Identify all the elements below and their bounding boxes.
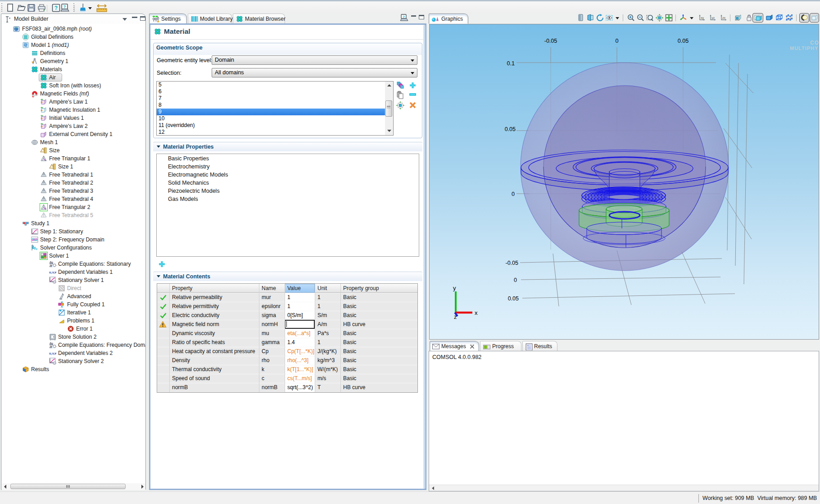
svg-text:u,v,w: u,v,w [49, 351, 56, 355]
svg-text:?: ? [403, 15, 405, 19]
svg-text:∂t: ∂t [50, 264, 52, 268]
svg-text:xy: xy [701, 16, 704, 20]
svg-text:∂t: ∂t [50, 345, 52, 349]
svg-text:?: ? [63, 5, 66, 9]
svg-text:yz: yz [711, 16, 715, 20]
svg-text:∂u: ∂u [50, 342, 53, 345]
svg-text:zx: zx [722, 16, 726, 19]
svg-text:?: ? [54, 5, 58, 11]
svg-text:u,v,w: u,v,w [49, 270, 56, 274]
svg-text:∂u: ∂u [50, 261, 53, 264]
